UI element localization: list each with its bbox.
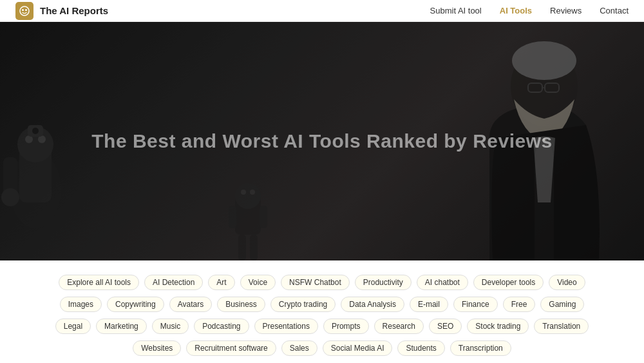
- svg-point-0: [20, 6, 29, 15]
- tag-sales[interactable]: Sales: [281, 340, 317, 356]
- tag-gaming[interactable]: Gaming: [540, 297, 584, 312]
- nav-reviews[interactable]: Reviews: [550, 6, 582, 15]
- tags-section: Explore all AI tools AI Detection Art Vo…: [0, 260, 644, 362]
- tag-recruitment-software[interactable]: Recruitment software: [186, 340, 276, 356]
- tag-presentations[interactable]: Presentations: [254, 319, 318, 334]
- nav-ai-tools[interactable]: AI Tools: [500, 6, 532, 15]
- logo-icon: [15, 2, 33, 20]
- tag-data-analysis[interactable]: Data Analysis: [341, 297, 404, 312]
- hero-content: The Best and Worst AI Tools Ranked by Re…: [0, 22, 644, 260]
- svg-point-1: [22, 9, 24, 11]
- tags-row-4: Websites Recruitment software Sales Soci…: [133, 340, 511, 356]
- tag-images[interactable]: Images: [60, 297, 102, 312]
- hero-title: The Best and Worst AI Tools Ranked by Re…: [91, 130, 552, 152]
- tag-ai-chatbot[interactable]: AI chatbot: [417, 275, 468, 290]
- tag-productivity[interactable]: Productivity: [355, 275, 412, 290]
- tag-students[interactable]: Students: [397, 340, 444, 356]
- tag-avatars[interactable]: Avatars: [169, 297, 212, 312]
- tag-translation[interactable]: Translation: [534, 319, 589, 334]
- tag-podcasting[interactable]: Podcasting: [194, 319, 249, 334]
- nav-submit-ai-tool[interactable]: Submit AI tool: [430, 6, 482, 15]
- tags-row-3: Legal Marketing Music Podcasting Present…: [55, 319, 589, 334]
- tag-finance[interactable]: Finance: [453, 297, 498, 312]
- hero-section: The Best and Worst AI Tools Ranked by Re…: [0, 22, 644, 260]
- main-nav: Submit AI tool AI Tools Reviews Contact: [430, 6, 629, 15]
- tag-art[interactable]: Art: [208, 275, 234, 290]
- tag-free[interactable]: Free: [503, 297, 536, 312]
- tag-nsfw-chatbot[interactable]: NSFW Chatbot: [281, 275, 350, 290]
- tag-websites[interactable]: Websites: [133, 340, 181, 356]
- tag-transcription[interactable]: Transcription: [450, 340, 511, 356]
- tag-copywriting[interactable]: Copywriting: [107, 297, 164, 312]
- svg-point-2: [25, 9, 27, 11]
- tag-video[interactable]: Video: [549, 275, 585, 290]
- tag-crypto-trading[interactable]: Crypto trading: [270, 297, 336, 312]
- tag-voice[interactable]: Voice: [240, 275, 276, 290]
- logo-text: The AI Reports: [40, 5, 108, 16]
- tag-business[interactable]: Business: [217, 297, 265, 312]
- tag-legal[interactable]: Legal: [55, 319, 91, 334]
- tag-seo[interactable]: SEO: [429, 319, 462, 334]
- tags-row-2: Images Copywriting Avatars Business Cryp…: [60, 297, 585, 312]
- header: The AI Reports Submit AI tool AI Tools R…: [0, 0, 644, 22]
- tag-research[interactable]: Research: [374, 319, 424, 334]
- tag-stock-trading[interactable]: Stock trading: [467, 319, 529, 334]
- tag-prompts[interactable]: Prompts: [323, 319, 369, 334]
- nav-contact[interactable]: Contact: [600, 6, 629, 15]
- tag-marketing[interactable]: Marketing: [96, 319, 147, 334]
- logo[interactable]: The AI Reports: [15, 2, 108, 20]
- tag-explore-all[interactable]: Explore all AI tools: [59, 275, 139, 290]
- tag-email[interactable]: E-mail: [410, 297, 448, 312]
- tag-music[interactable]: Music: [152, 319, 189, 334]
- tags-row-1: Explore all AI tools AI Detection Art Vo…: [59, 275, 585, 290]
- tag-social-media-ai[interactable]: Social Media AI: [323, 340, 393, 356]
- tag-developer-tools[interactable]: Developer tools: [473, 275, 544, 290]
- tag-ai-detection[interactable]: AI Detection: [144, 275, 203, 290]
